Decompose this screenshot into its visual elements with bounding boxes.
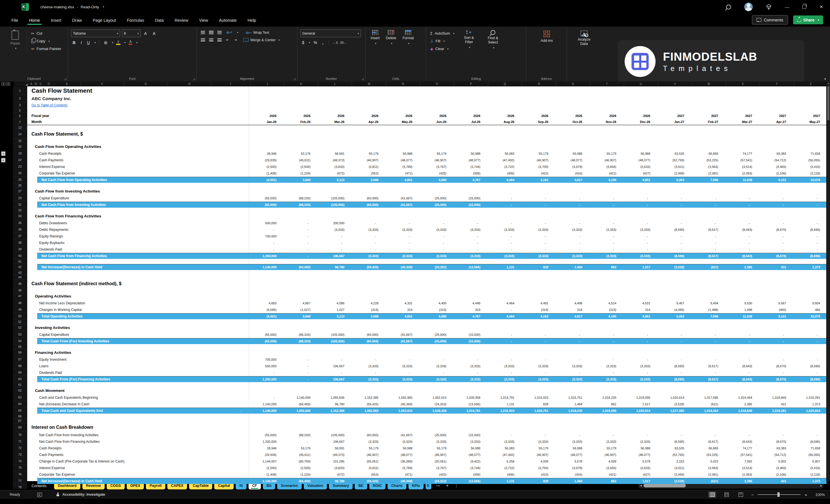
cell[interactable]: (3,333) bbox=[453, 363, 487, 369]
cell[interactable]: - bbox=[588, 338, 622, 344]
cell[interactable]: (46,907) bbox=[520, 157, 554, 163]
cell[interactable]: (48,077) bbox=[622, 451, 657, 458]
cell[interactable]: - bbox=[520, 338, 554, 344]
cell[interactable]: 55,179 bbox=[520, 150, 554, 157]
cell[interactable]: 53,176 bbox=[283, 445, 317, 451]
cell[interactable]: 431 bbox=[759, 401, 793, 407]
row-number[interactable]: 35 bbox=[13, 220, 27, 226]
cell[interactable]: (59,425) bbox=[351, 264, 385, 270]
row-label[interactable]: Net Increase/(Decrease) in Cash Held bbox=[27, 264, 249, 270]
cell[interactable]: - bbox=[554, 195, 588, 201]
cell[interactable]: (3,333) bbox=[385, 363, 419, 369]
cell[interactable]: 2027 bbox=[793, 113, 827, 119]
cell[interactable]: (621) bbox=[691, 264, 725, 270]
cell[interactable]: 4,162 bbox=[520, 313, 554, 319]
cell[interactable]: (88,333) bbox=[283, 432, 317, 438]
row-number[interactable]: 61 bbox=[13, 382, 27, 387]
row-label[interactable] bbox=[27, 319, 249, 324]
row-number[interactable]: 33 bbox=[13, 213, 27, 220]
row-number[interactable]: 16 bbox=[13, 143, 27, 150]
cell[interactable]: 2026 bbox=[351, 113, 385, 119]
cell[interactable]: 56,083 bbox=[487, 445, 521, 451]
row-label[interactable]: Cash Flow from Operating Activities bbox=[27, 143, 249, 150]
cell[interactable]: - bbox=[419, 220, 453, 226]
cell[interactable]: 1,484 bbox=[554, 401, 588, 407]
cell[interactable]: - bbox=[419, 240, 453, 246]
cell[interactable]: (2,500) bbox=[283, 163, 317, 170]
cell[interactable]: (2,081) bbox=[691, 170, 725, 177]
column-header-W[interactable]: W bbox=[692, 82, 726, 86]
sort-filter-button[interactable]: AZ▼ Sort & Filter▾ bbox=[458, 29, 480, 75]
cell[interactable]: (3,333) bbox=[351, 376, 385, 382]
cell[interactable]: Oct-26 bbox=[554, 119, 588, 125]
cell[interactable]: - bbox=[588, 240, 622, 246]
ribbon-tab-home[interactable]: Home bbox=[28, 16, 41, 24]
cell[interactable]: 55,179 bbox=[351, 445, 385, 451]
cell[interactable]: 7,992 bbox=[725, 458, 759, 465]
cell[interactable]: 2026 bbox=[317, 113, 351, 119]
cell[interactable]: 2026 bbox=[588, 113, 622, 119]
cell[interactable]: Nov-26 bbox=[588, 119, 622, 125]
cell[interactable]: - bbox=[385, 356, 419, 363]
cell[interactable]: (3,333) bbox=[554, 438, 588, 445]
cell[interactable]: (105,000) bbox=[317, 432, 351, 438]
cell[interactable]: - bbox=[622, 369, 657, 376]
zoom-out-button[interactable]: − bbox=[751, 492, 754, 497]
cell[interactable]: (59,425) bbox=[351, 401, 385, 407]
cell[interactable]: (553) bbox=[351, 170, 385, 177]
cell[interactable]: 1,140,099 bbox=[249, 264, 283, 270]
cell[interactable]: 1,019,281 bbox=[759, 407, 793, 414]
cell[interactable]: - bbox=[487, 240, 521, 246]
cell[interactable]: (88,333) bbox=[283, 331, 317, 338]
addins-button[interactable]: Add-ins bbox=[529, 30, 564, 43]
cell[interactable]: - bbox=[793, 201, 827, 208]
cell[interactable]: (3,656) bbox=[588, 465, 622, 471]
cell[interactable]: - bbox=[588, 432, 622, 438]
cell[interactable]: (427) bbox=[622, 471, 657, 478]
cell[interactable]: 96,780 bbox=[317, 401, 351, 407]
cell[interactable]: (60,000) bbox=[351, 338, 385, 344]
cell[interactable]: Mar-26 bbox=[317, 119, 351, 125]
cell[interactable]: 4,162 bbox=[520, 177, 554, 183]
cell[interactable]: (421) bbox=[588, 170, 622, 177]
column-header-D[interactable]: D bbox=[44, 82, 54, 86]
cell[interactable]: 69,383 bbox=[759, 445, 793, 451]
cell[interactable]: 4,228 bbox=[351, 300, 385, 306]
row-label[interactable]: Month bbox=[27, 119, 249, 125]
cell[interactable]: 63,535 bbox=[657, 150, 691, 157]
cell[interactable]: 5,062 bbox=[657, 313, 691, 319]
row-number[interactable]: 75 bbox=[13, 465, 27, 471]
cell[interactable]: (8,590) bbox=[657, 376, 691, 382]
cell[interactable]: (3,563) bbox=[691, 163, 725, 170]
row-number[interactable]: 13 bbox=[13, 125, 27, 130]
cell[interactable]: (3,333) bbox=[351, 253, 385, 259]
row-number[interactable]: 74 bbox=[13, 458, 27, 465]
normal-view-button[interactable] bbox=[708, 492, 716, 498]
cell[interactable]: 4,464 bbox=[487, 313, 521, 319]
cell[interactable]: - bbox=[657, 240, 691, 246]
row-number[interactable]: 57 bbox=[13, 356, 27, 363]
cell[interactable]: - bbox=[283, 356, 317, 363]
cell[interactable]: 1,018,849 bbox=[759, 394, 793, 401]
cell[interactable]: 96,780 bbox=[317, 264, 351, 270]
cell[interactable]: (319) bbox=[351, 306, 385, 313]
cell[interactable]: 56,988 bbox=[385, 445, 419, 451]
cell[interactable]: - bbox=[283, 233, 317, 240]
cell[interactable]: - bbox=[622, 338, 657, 344]
cell[interactable]: (8,670) bbox=[759, 363, 793, 369]
cell[interactable]: 2026 bbox=[520, 113, 554, 119]
cell[interactable]: (3,700) bbox=[520, 163, 554, 170]
cell[interactable]: (8,643) bbox=[725, 253, 759, 259]
row-label[interactable]: Corporate Tax Expense bbox=[27, 170, 249, 177]
merge-center-button[interactable]: Merge & Center bbox=[250, 38, 276, 42]
cell[interactable]: 2026 bbox=[385, 113, 419, 119]
cell[interactable]: 9,457 bbox=[657, 300, 691, 306]
cell[interactable]: 1,052,610 bbox=[385, 407, 419, 414]
cell[interactable]: (3,333) bbox=[487, 253, 521, 259]
cell[interactable]: (3,333) bbox=[588, 226, 622, 233]
cell[interactable]: 96,780 bbox=[317, 478, 351, 484]
grow-font-button[interactable]: Aˆ bbox=[142, 31, 149, 36]
paste-button[interactable]: Paste ▾ bbox=[6, 29, 24, 53]
row-label[interactable]: Cash Payments bbox=[27, 451, 249, 458]
cell[interactable]: - bbox=[588, 369, 622, 376]
